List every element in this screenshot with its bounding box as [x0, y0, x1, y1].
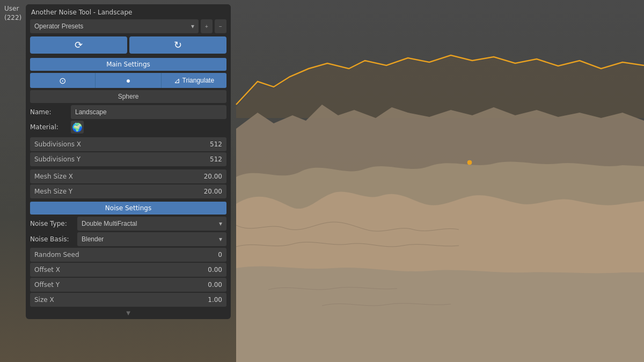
- circle-mode-button[interactable]: ●: [95, 73, 161, 88]
- subdivisions-y-label: Subdivisions Y: [34, 156, 80, 163]
- sun-mode-button[interactable]: ⊙: [30, 73, 95, 88]
- size-x-row: Size X 1.00: [30, 293, 226, 307]
- offset-x-label: Offset X: [34, 266, 60, 274]
- load-button[interactable]: ⟳: [30, 36, 127, 54]
- presets-remove-button[interactable]: −: [215, 19, 226, 33]
- size-x-field[interactable]: Size X 1.00: [30, 293, 226, 307]
- random-seed-value: 0: [218, 251, 222, 258]
- subdivisions-x-value: 512: [210, 141, 222, 148]
- triangulate-label: Triangulate: [182, 77, 215, 84]
- sun-icon: ⊙: [59, 76, 66, 86]
- noise-basis-label: Noise Basis:: [30, 235, 74, 243]
- noise-basis-select[interactable]: Blender Perlin Voronoi Cell Noise: [77, 232, 226, 246]
- mesh-size-x-value: 20.00: [204, 173, 222, 180]
- presets-add-button[interactable]: +: [201, 19, 213, 33]
- triangulate-icon: ⊿: [174, 76, 180, 85]
- random-seed-label: Random Seed: [34, 251, 79, 258]
- subdivisions-y-field[interactable]: Subdivisions Y 512: [30, 152, 226, 166]
- subdivisions-y-row: Subdivisions Y 512: [30, 152, 226, 166]
- subdivisions-x-label: Subdivisions X: [34, 141, 81, 148]
- sphere-button[interactable]: Sphere: [30, 90, 226, 103]
- circle-icon: ●: [126, 76, 130, 85]
- user-label: User (222): [4, 4, 21, 23]
- size-x-label: Size X: [34, 296, 54, 304]
- panel-title: Another Noise Tool - Landscape: [26, 4, 231, 19]
- noise-settings-header: Noise Settings: [30, 202, 226, 215]
- offset-x-value: 0.00: [208, 266, 222, 274]
- globe-icon: 🌍: [72, 122, 83, 132]
- mode-icon-row: ⊙ ● ⊿ Triangulate: [30, 73, 226, 88]
- name-section: Name: Material: 🌍: [26, 105, 231, 134]
- offset-x-row: Offset X 0.00: [30, 263, 226, 277]
- noise-type-row: Noise Type: Double MultiFractal MultiFra…: [30, 217, 226, 231]
- size-x-value: 1.00: [208, 296, 222, 304]
- name-row: Name:: [30, 105, 226, 119]
- noise-type-label: Noise Type:: [30, 220, 74, 227]
- subdivisions-x-field[interactable]: Subdivisions X 512: [30, 137, 226, 151]
- svg-point-1: [467, 160, 472, 165]
- material-label: Material:: [30, 123, 68, 131]
- noise-basis-row: Noise Basis: Blender Perlin Voronoi Cell…: [30, 232, 226, 246]
- offset-y-value: 0.00: [208, 281, 222, 289]
- mesh-size-y-row: Mesh Size Y 20.00: [30, 184, 226, 198]
- material-icon[interactable]: 🌍: [71, 121, 84, 134]
- offset-x-field[interactable]: Offset X 0.00: [30, 263, 226, 277]
- subdivisions-x-row: Subdivisions X 512: [30, 137, 226, 151]
- offset-y-label: Offset Y: [34, 281, 60, 289]
- subdivisions-y-value: 512: [210, 156, 222, 163]
- noise-type-select[interactable]: Double MultiFractal MultiFractal Hetero …: [77, 217, 226, 231]
- triangulate-button[interactable]: ⊿ Triangulate: [162, 73, 226, 88]
- scroll-indicator: ▼: [26, 308, 231, 317]
- load-icon: ⟳: [75, 39, 83, 51]
- mesh-size-x-field[interactable]: Mesh Size X 20.00: [30, 169, 226, 183]
- mesh-size-y-value: 20.00: [204, 188, 222, 195]
- panel: Another Noise Tool - Landscape Operator …: [26, 4, 231, 319]
- main-settings-header: Main Settings: [30, 58, 226, 71]
- presets-select[interactable]: Operator Presets: [30, 19, 199, 33]
- mesh-size-y-label: Mesh Size Y: [34, 188, 72, 195]
- name-label: Name:: [30, 108, 68, 116]
- material-row: Material: 🌍: [30, 121, 226, 134]
- scroll-down-icon: ▼: [126, 310, 130, 316]
- refresh-icon: ↻: [174, 39, 182, 51]
- mesh-size-y-field[interactable]: Mesh Size Y 20.00: [30, 184, 226, 198]
- refresh-button[interactable]: ↻: [129, 36, 226, 54]
- presets-row: Operator Presets + −: [26, 19, 231, 36]
- offset-y-field[interactable]: Offset Y 0.00: [30, 278, 226, 292]
- random-seed-row: Random Seed 0: [30, 248, 226, 262]
- main-buttons-row: ⟳ ↻: [26, 36, 231, 57]
- name-input[interactable]: [71, 105, 226, 119]
- mesh-size-x-label: Mesh Size X: [34, 173, 73, 180]
- mesh-size-x-row: Mesh Size X 20.00: [30, 169, 226, 183]
- offset-y-row: Offset Y 0.00: [30, 278, 226, 292]
- random-seed-field[interactable]: Random Seed 0: [30, 248, 226, 262]
